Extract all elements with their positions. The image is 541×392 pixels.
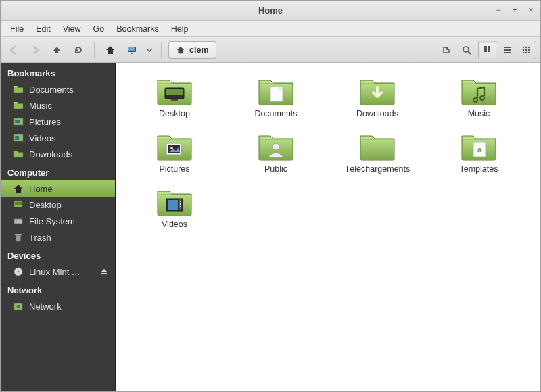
sidebar-item-desktop[interactable]: Desktop xyxy=(1,197,115,213)
svg-point-19 xyxy=(525,51,527,53)
menu-help[interactable]: Help xyxy=(166,23,194,35)
svg-text:a: a xyxy=(477,145,482,153)
svg-point-20 xyxy=(528,51,530,53)
icon-view-button[interactable] xyxy=(479,41,498,59)
list-view-button[interactable] xyxy=(498,41,517,59)
back-button[interactable] xyxy=(5,41,22,59)
svg-rect-6 xyxy=(488,46,490,49)
svg-point-17 xyxy=(528,49,530,50)
sidebar-item-documents[interactable]: Documents xyxy=(1,81,115,97)
path-segment-button[interactable]: clem xyxy=(168,41,216,59)
menu-bookmarks[interactable]: Bookmarks xyxy=(111,23,164,35)
music-icon xyxy=(13,100,24,111)
computer-icon[interactable] xyxy=(123,41,141,59)
desktop-icon xyxy=(13,199,24,210)
folder-templates[interactable]: a Templates xyxy=(428,130,530,174)
sidebar-item-file-system[interactable]: File System xyxy=(1,213,115,229)
home-toolbar-button[interactable] xyxy=(101,41,119,59)
sidebar-item-downloads[interactable]: Downloads xyxy=(1,146,115,162)
disc-icon xyxy=(13,266,24,277)
sidebar-item-trash[interactable]: Trash xyxy=(1,229,115,245)
folder-pictures[interactable]: Pictures xyxy=(124,130,225,174)
documents-icon xyxy=(13,84,24,95)
view-mode-toggle xyxy=(478,41,536,59)
menu-edit[interactable]: Edit xyxy=(30,23,56,35)
up-button[interactable] xyxy=(48,41,66,59)
svg-rect-32 xyxy=(101,273,107,274)
svg-point-34 xyxy=(17,305,20,308)
folder-label: Public xyxy=(264,164,287,174)
search-button[interactable] xyxy=(458,41,475,59)
body: Bookmarks Documents Music Pictures Video… xyxy=(1,63,540,391)
folder-music[interactable]: Music xyxy=(428,75,530,118)
svg-line-4 xyxy=(468,51,471,54)
sidebar-section-bookmarks: Bookmarks xyxy=(1,63,115,81)
svg-point-18 xyxy=(523,51,524,53)
sidebar-item-label: Music xyxy=(29,101,52,111)
sidebar-item-videos[interactable]: Videos xyxy=(1,130,115,146)
content-pane[interactable]: Desktop Documents Downloads Music xyxy=(116,63,540,391)
svg-point-16 xyxy=(525,49,527,50)
svg-point-12 xyxy=(523,46,524,47)
folder-label: Videos xyxy=(162,220,187,229)
toolbar: clem xyxy=(1,37,540,63)
sidebar-item-music[interactable]: Music xyxy=(1,97,115,114)
minimize-button[interactable]: − xyxy=(493,5,504,16)
menu-go[interactable]: Go xyxy=(88,23,110,35)
svg-rect-2 xyxy=(131,53,133,54)
reload-button[interactable] xyxy=(70,41,87,59)
sidebar-section-computer: Computer xyxy=(1,162,115,180)
chevron-down-icon[interactable] xyxy=(145,41,154,59)
forward-button[interactable] xyxy=(26,41,44,59)
svg-rect-22 xyxy=(15,120,20,123)
folder-label: Desktop xyxy=(159,109,190,118)
sidebar-section-network: Network xyxy=(1,280,115,298)
sidebar-item-device[interactable]: Linux Mint … xyxy=(1,264,115,280)
svg-point-48 xyxy=(180,201,181,202)
sidebar-item-home[interactable]: Home xyxy=(1,180,115,197)
svg-rect-46 xyxy=(168,200,178,210)
folder-label: Pictures xyxy=(159,164,189,174)
folder-label: Music xyxy=(468,109,490,118)
svg-point-50 xyxy=(180,206,181,207)
sidebar-item-label: Downloads xyxy=(29,149,72,160)
svg-rect-29 xyxy=(15,234,22,235)
trash-icon xyxy=(13,232,24,243)
menu-file[interactable]: File xyxy=(5,23,29,35)
folder-documents[interactable]: Documents xyxy=(225,75,327,118)
sidebar-item-label: Network xyxy=(29,301,62,312)
svg-rect-36 xyxy=(166,89,183,95)
sidebar-item-pictures[interactable]: Pictures xyxy=(1,114,115,130)
sidebar-item-network[interactable]: Network xyxy=(1,298,115,314)
eject-button[interactable] xyxy=(100,268,108,276)
close-button[interactable]: × xyxy=(525,5,536,16)
menu-view[interactable]: View xyxy=(57,23,87,35)
svg-rect-37 xyxy=(171,99,178,101)
folder-downloads[interactable]: Downloads xyxy=(327,75,428,118)
maximize-button[interactable]: + xyxy=(509,5,520,16)
sidebar-item-label: Documents xyxy=(29,84,74,95)
sidebar-item-label: Desktop xyxy=(29,200,62,210)
folder-t-l-chargements[interactable]: Téléchargements xyxy=(327,130,428,174)
toolbar-right xyxy=(438,41,536,59)
network-icon xyxy=(13,301,24,312)
svg-rect-7 xyxy=(484,49,487,52)
compact-view-button[interactable] xyxy=(517,41,536,59)
sidebar-item-label: Home xyxy=(29,184,53,194)
folder-label: Downloads xyxy=(356,109,398,118)
toolbar-separator xyxy=(94,42,95,58)
file-manager-window: Home − + × File Edit View Go Bookmarks H… xyxy=(0,0,541,392)
svg-point-49 xyxy=(180,203,181,205)
folder-desktop[interactable]: Desktop xyxy=(124,75,225,118)
folder-videos[interactable]: Videos xyxy=(124,186,225,229)
toggle-location-button[interactable] xyxy=(438,41,455,59)
sidebar-section-devices: Devices xyxy=(1,245,115,264)
toolbar-separator-2 xyxy=(161,42,162,58)
folder-label: Documents xyxy=(254,109,297,118)
home-icon xyxy=(176,45,185,55)
sidebar-item-label: Pictures xyxy=(29,117,61,127)
path-label: clem xyxy=(189,45,209,55)
sidebar-item-label: File System xyxy=(29,216,75,226)
folder-grid: Desktop Documents Downloads Music xyxy=(124,75,532,229)
folder-public[interactable]: Public xyxy=(225,130,327,174)
